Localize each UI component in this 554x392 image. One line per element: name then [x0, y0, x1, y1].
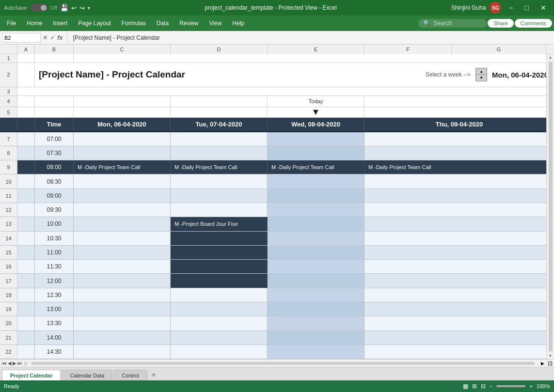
event-mon-9[interactable]: M -Daily Project Team Call: [74, 160, 171, 174]
cell-b1[interactable]: [35, 54, 74, 63]
cell-f5[interactable]: [364, 107, 554, 117]
col-header-a[interactable]: A: [17, 45, 35, 54]
h-scroll-right-btn[interactable]: ▶: [538, 360, 546, 367]
cell-a8[interactable]: [17, 146, 35, 160]
cell-a11[interactable]: [17, 189, 35, 203]
cell-a13[interactable]: [17, 217, 35, 231]
cell-c17[interactable]: [74, 274, 171, 287]
cell-e12-today[interactable]: [268, 203, 364, 217]
search-input[interactable]: [433, 20, 482, 27]
week-next-btn[interactable]: ▼: [476, 75, 487, 81]
cancel-formula-icon[interactable]: ✕: [43, 34, 48, 41]
cell-c16[interactable]: [74, 260, 171, 273]
menu-file[interactable]: File: [2, 18, 21, 29]
cell-a2[interactable]: [17, 63, 35, 87]
cell-f8[interactable]: [364, 146, 554, 160]
h-scroll-track-area[interactable]: [27, 360, 538, 367]
cell-e20-today[interactable]: [268, 316, 364, 330]
cell-f22[interactable]: [364, 345, 554, 359]
cell-a22[interactable]: [17, 345, 35, 359]
function-icon[interactable]: fx: [57, 34, 63, 41]
menu-formulas[interactable]: Formulas: [117, 18, 151, 29]
cell-d14-board[interactable]: [171, 232, 268, 245]
cell-c15[interactable]: [74, 246, 171, 259]
tab-last-btn[interactable]: ⏭: [17, 361, 22, 366]
scroll-up-btn[interactable]: ▲: [548, 54, 554, 61]
cell-e15-today[interactable]: [268, 246, 364, 259]
cell-a14[interactable]: [17, 232, 35, 245]
add-sheet-btn[interactable]: +: [148, 370, 159, 380]
h-scroll-track[interactable]: [31, 362, 535, 365]
cell-f4[interactable]: [364, 96, 554, 107]
sheet-tab-calendar-data[interactable]: Calendar Data: [62, 370, 112, 380]
cell-d4[interactable]: [171, 96, 268, 107]
week-prev-btn[interactable]: ▲: [476, 68, 487, 75]
cell-e14-today[interactable]: [268, 232, 364, 245]
cell-f18[interactable]: [364, 288, 554, 302]
scroll-thumb[interactable]: [549, 62, 553, 352]
cell-d8[interactable]: [171, 146, 268, 160]
tab-first-btn[interactable]: ⏮: [2, 361, 7, 366]
cell-a5[interactable]: [17, 107, 35, 117]
cell-d18[interactable]: [171, 288, 268, 302]
cell-c7[interactable]: [74, 132, 171, 146]
cell-c14[interactable]: [74, 232, 171, 245]
save-icon[interactable]: 💾: [60, 4, 68, 12]
cell-e16-today[interactable]: [268, 260, 364, 273]
cell-d11[interactable]: [171, 189, 268, 203]
cell-reference[interactable]: B2: [2, 33, 41, 43]
cell-d5[interactable]: [171, 107, 268, 117]
event-tue-board-13[interactable]: M -Project Board Jour Fixe: [171, 217, 268, 231]
cell-e22-today[interactable]: [268, 345, 364, 359]
cell-e21-today[interactable]: [268, 331, 364, 345]
event-thu-9[interactable]: M -Daily Project Team Call: [364, 160, 554, 174]
col-header-d[interactable]: D: [171, 45, 268, 54]
cell-f15[interactable]: [364, 246, 554, 259]
cell-a4[interactable]: [17, 96, 35, 107]
col-header-g[interactable]: G: [452, 45, 546, 54]
cell-f20[interactable]: [364, 316, 554, 330]
cell-b2-title[interactable]: [Project Name] - Project Calendar: [35, 63, 195, 87]
event-tue-9[interactable]: M -Daily Project Team Call: [171, 160, 268, 174]
cell-f21[interactable]: [364, 331, 554, 345]
cell-e11-today[interactable]: [268, 189, 364, 203]
undo-icon[interactable]: ↩: [71, 4, 77, 12]
autosave-toggle[interactable]: [30, 4, 47, 12]
cell-e7-today[interactable]: [268, 132, 364, 146]
cell-d19[interactable]: [171, 302, 268, 316]
cell-e18-today[interactable]: [268, 288, 364, 302]
col-header-c[interactable]: C: [74, 45, 171, 54]
menu-review[interactable]: Review: [174, 18, 203, 29]
zoom-slider[interactable]: [496, 385, 525, 387]
cell-c18[interactable]: [74, 288, 171, 302]
page-break-icon[interactable]: ⊟: [481, 383, 486, 390]
cell-d15-board[interactable]: [171, 246, 268, 259]
cell-d20[interactable]: [171, 316, 268, 330]
cell-a19[interactable]: [17, 302, 35, 316]
cell-c8[interactable]: [74, 146, 171, 160]
menu-page-layout[interactable]: Page Layout: [73, 18, 115, 29]
cell-rest-1[interactable]: [74, 54, 554, 63]
page-layout-icon[interactable]: ⊞: [472, 383, 477, 390]
cell-b5[interactable]: [35, 107, 74, 117]
sheet-tab-control[interactable]: Control: [113, 370, 147, 380]
cell-e10-today[interactable]: [268, 174, 364, 188]
cell-e17-today[interactable]: [268, 274, 364, 287]
resize-corner[interactable]: ⊡: [546, 360, 554, 367]
cell-f10[interactable]: [364, 174, 554, 188]
cell-d17-board[interactable]: [171, 274, 268, 287]
col-header-f[interactable]: F: [364, 45, 452, 54]
cell-f19[interactable]: [364, 302, 554, 316]
event-wed-9[interactable]: M -Daily Project Team Call: [268, 160, 364, 174]
cell-c21[interactable]: [74, 331, 171, 345]
cell-d22[interactable]: [171, 345, 268, 359]
search-box[interactable]: 🔍: [418, 19, 487, 28]
cell-f13[interactable]: [364, 217, 554, 231]
vertical-scrollbar[interactable]: ▲ ▼: [546, 54, 554, 359]
cell-a10[interactable]: [17, 174, 35, 188]
confirm-formula-icon[interactable]: ✓: [50, 34, 55, 41]
cell-a7[interactable]: [17, 132, 35, 146]
normal-view-icon[interactable]: ▦: [463, 383, 468, 390]
cell-c19[interactable]: [74, 302, 171, 316]
cell-d16-board[interactable]: [171, 260, 268, 273]
